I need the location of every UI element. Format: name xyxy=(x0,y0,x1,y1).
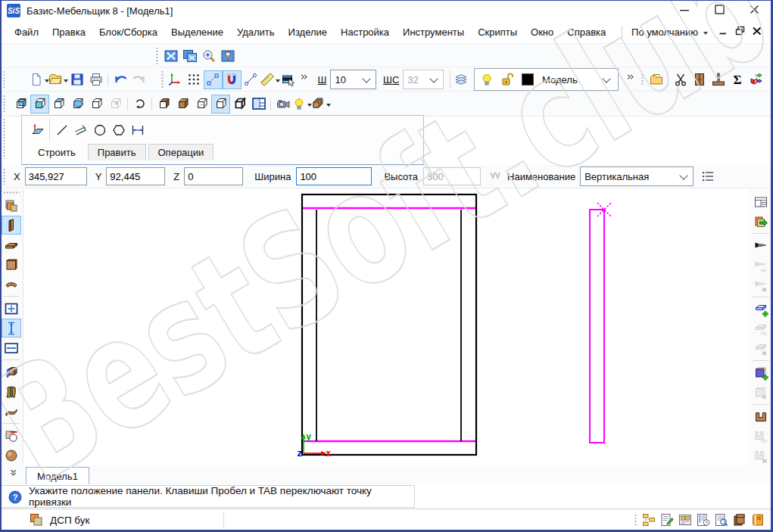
view-back-button[interactable] xyxy=(11,95,30,114)
zoom-fit-button[interactable] xyxy=(161,46,180,65)
toolbar-grip[interactable] xyxy=(641,73,644,86)
wireframe-box-button[interactable] xyxy=(211,95,230,114)
menu-item-product[interactable]: Изделие xyxy=(282,23,334,42)
mdi-close-button[interactable] xyxy=(752,26,765,39)
toolbar-grip[interactable] xyxy=(2,70,5,89)
folder-docs-button[interactable] xyxy=(647,70,665,89)
vertical-size-button[interactable] xyxy=(2,319,21,338)
menu-item-selection[interactable]: Выделение xyxy=(164,23,230,42)
folder-tree-button[interactable] xyxy=(640,511,658,529)
close-button[interactable] xyxy=(738,0,773,21)
frontal-panel-button[interactable] xyxy=(2,255,21,274)
mdi-minimize-button[interactable] xyxy=(718,26,732,39)
toolbar-grip[interactable] xyxy=(155,47,159,64)
menu-item-settings[interactable]: Настройка xyxy=(334,23,396,42)
view-perspective-button[interactable] xyxy=(87,95,106,114)
zoom-fit-all-button[interactable] xyxy=(180,46,199,65)
collapse-tabs-button[interactable] xyxy=(9,468,24,484)
horizontal-panel-button[interactable] xyxy=(2,235,21,254)
shade-solid-button[interactable] xyxy=(173,95,192,114)
z-input[interactable] xyxy=(184,167,243,185)
panel-thickness-combo[interactable]: 10 xyxy=(330,70,376,89)
materials-stack-button[interactable] xyxy=(731,511,749,529)
layer-lock-button[interactable] xyxy=(497,70,516,89)
y-input[interactable] xyxy=(106,167,165,185)
print-button[interactable] xyxy=(86,70,105,89)
polygon-tool-button[interactable] xyxy=(109,120,128,139)
maximize-button[interactable] xyxy=(703,0,738,21)
document-tab[interactable]: Модель1 xyxy=(26,467,89,484)
rotate-view-button[interactable] xyxy=(130,95,149,114)
viewport-layout-button[interactable] xyxy=(249,95,268,114)
draw-panel-button[interactable] xyxy=(28,120,47,139)
menu-item-block-assembly[interactable]: Блок/Сборка xyxy=(92,23,164,42)
dimension-tool-button[interactable] xyxy=(128,120,147,139)
menu-item-file[interactable]: Файл xyxy=(8,23,45,42)
layer-visibility-button[interactable] xyxy=(477,70,496,89)
edge-add-button[interactable] xyxy=(751,300,771,319)
op-list-button[interactable] xyxy=(694,511,712,529)
minimize-button[interactable] xyxy=(669,0,703,21)
segment-snap-button[interactable] xyxy=(242,70,260,89)
toolbar-grip[interactable] xyxy=(161,70,163,89)
grid-points-button[interactable] xyxy=(185,70,204,89)
horizontal-size-button[interactable] xyxy=(2,338,21,357)
toolbar-grip[interactable] xyxy=(634,514,637,526)
layers-button[interactable] xyxy=(453,70,469,89)
ruler-button[interactable] xyxy=(260,70,279,89)
menu-item-help[interactable]: Справка xyxy=(560,23,612,42)
sphere-tool-button[interactable] xyxy=(2,446,21,465)
groove-add-button[interactable] xyxy=(751,407,771,426)
menu-item-delete[interactable]: Удалить xyxy=(230,23,282,42)
sum-button[interactable]: Σ xyxy=(728,70,747,89)
toolbar-grip[interactable] xyxy=(3,191,20,194)
magnet-button[interactable] xyxy=(223,70,242,89)
edge-band-button[interactable] xyxy=(2,362,21,381)
menu-item-edit[interactable]: Правка xyxy=(45,23,92,42)
twist-panel-button[interactable] xyxy=(2,402,21,421)
palette-tab-edit[interactable]: Править xyxy=(88,144,146,160)
toolbar-overflow-icon[interactable] xyxy=(626,73,637,86)
import-model-button[interactable] xyxy=(747,70,765,89)
view-front-button[interactable] xyxy=(30,95,49,114)
facade-add-button[interactable] xyxy=(751,363,771,382)
render-light-button[interactable] xyxy=(292,95,311,114)
shade-partial-button[interactable] xyxy=(154,95,173,114)
frame-size-button[interactable] xyxy=(2,299,21,318)
palette-tab-operations[interactable]: Операции xyxy=(148,144,214,160)
palette-tab-build[interactable]: Строить xyxy=(28,144,86,160)
replace-panel-button[interactable] xyxy=(751,212,771,231)
axes-origin-button[interactable] xyxy=(166,70,185,89)
paintbrush-button[interactable] xyxy=(218,46,237,65)
drawing-canvas[interactable]: yxz xyxy=(23,189,750,465)
toolbar-grip[interactable] xyxy=(2,95,6,113)
snap-points-button[interactable] xyxy=(204,70,223,89)
save-button[interactable] xyxy=(67,70,86,89)
width-input[interactable] xyxy=(296,167,372,185)
toolbar-overflow-icon[interactable] xyxy=(300,73,310,86)
view-top-button[interactable] xyxy=(49,95,68,114)
menu-item-window[interactable]: Окно xyxy=(524,23,560,42)
edit-list-button[interactable] xyxy=(658,511,676,529)
view-iso-button[interactable] xyxy=(68,95,87,114)
layer-color-button[interactable] xyxy=(518,70,537,89)
chevron-down-icon[interactable] xyxy=(326,104,331,109)
spec-form-button[interactable] xyxy=(751,192,771,211)
preview-search-button[interactable] xyxy=(712,511,731,529)
zoom-in-button[interactable] xyxy=(199,46,218,65)
book-button[interactable] xyxy=(749,511,767,529)
wireframe-bold-button[interactable] xyxy=(230,95,249,114)
hole-tool-button[interactable] xyxy=(2,426,21,445)
menu-item-tools[interactable]: Инструменты xyxy=(396,23,471,42)
profile-dropdown[interactable]: По умолчанию xyxy=(627,26,712,38)
mdi-restore-button[interactable] xyxy=(735,26,749,39)
fittings-button[interactable] xyxy=(676,511,694,529)
drill-button[interactable] xyxy=(709,70,728,89)
cabinet-button[interactable] xyxy=(690,70,709,89)
new-document-button[interactable] xyxy=(30,70,48,89)
panel-join-button[interactable] xyxy=(2,382,21,401)
line-tool-button[interactable] xyxy=(52,120,71,139)
materials-cube-button[interactable] xyxy=(311,95,330,114)
x-input[interactable] xyxy=(25,167,87,185)
scissors-button[interactable] xyxy=(671,70,690,89)
